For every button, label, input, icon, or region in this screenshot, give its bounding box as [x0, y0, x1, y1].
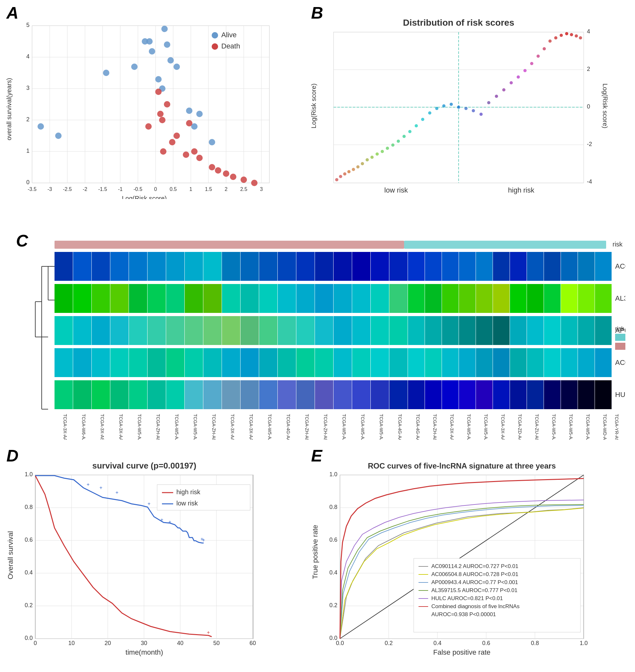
svg-point-58 [146, 38, 153, 45]
d-title: survival curve (p=0.00197) [92, 461, 196, 470]
svg-text:TCGA-3X-AAVC-01A: TCGA-3X-AAVC-01A [230, 414, 235, 440]
a-x-axis-label: Log(Risk score) [122, 195, 167, 199]
svg-rect-174 [54, 284, 73, 313]
a-y-axis-label: overall survival(years) [6, 78, 13, 141]
svg-rect-276 [166, 380, 184, 409]
svg-point-132 [565, 32, 568, 35]
svg-rect-170 [561, 252, 577, 281]
svg-rect-139 [54, 241, 404, 249]
svg-rect-159 [371, 252, 389, 281]
svg-text:TCGA-W6-AA0S-01A: TCGA-W6-AA0S-01A [81, 414, 86, 440]
svg-rect-185 [259, 284, 278, 313]
svg-rect-157 [333, 252, 352, 281]
svg-text:0: 0 [154, 186, 157, 192]
svg-rect-253 [333, 348, 352, 377]
svg-point-117 [464, 107, 467, 110]
svg-rect-230 [493, 316, 510, 345]
svg-rect-182 [203, 284, 222, 313]
svg-point-95 [339, 175, 342, 178]
panel-d: D survival curve (p=0.00197) Overall sur… [0, 443, 305, 672]
svg-rect-217 [259, 316, 278, 345]
svg-text:-3: -3 [47, 186, 52, 192]
svg-text:TCGA-YR-A9S5-01A: TCGA-YR-A9S5-01A [614, 414, 619, 440]
svg-rect-194 [425, 284, 442, 313]
svg-point-65 [196, 155, 203, 161]
svg-rect-394 [157, 485, 250, 510]
svg-point-56 [209, 139, 215, 145]
svg-rect-171 [578, 252, 595, 281]
svg-text:4: 4 [26, 53, 29, 60]
svg-rect-218 [278, 316, 296, 345]
svg-point-134 [575, 34, 578, 38]
svg-text:True positive rate: True positive rate [311, 525, 319, 579]
svg-text:+: + [148, 501, 150, 506]
svg-text:Log(Risk score): Log(Risk score) [601, 83, 609, 128]
svg-point-50 [164, 41, 170, 48]
svg-text:low risk: low risk [384, 186, 408, 194]
svg-rect-186 [278, 284, 296, 313]
svg-text:1: 1 [26, 148, 29, 154]
svg-rect-172 [595, 252, 612, 281]
svg-rect-198 [493, 284, 510, 313]
svg-rect-180 [166, 284, 184, 313]
svg-text:1.5: 1.5 [205, 186, 212, 192]
svg-rect-155 [296, 252, 314, 281]
svg-rect-197 [476, 284, 492, 313]
svg-point-42 [38, 123, 44, 130]
svg-point-47 [149, 48, 155, 55]
panel-c-label: C [16, 231, 28, 250]
svg-rect-297 [544, 380, 561, 409]
svg-point-48 [155, 76, 162, 82]
svg-point-71 [145, 123, 152, 130]
svg-rect-288 [389, 380, 408, 409]
svg-text:TCGA-3X-AAB3-01A: TCGA-3X-AAB3-01A [500, 414, 505, 440]
panel-a: A overall survival(years) Log(Risk score… [0, 0, 305, 225]
svg-text:TCGA-4G-AA2T-01A: TCGA-4G-AA2T-01A [397, 414, 402, 440]
svg-point-129 [548, 40, 552, 43]
svg-point-62 [174, 132, 180, 139]
svg-rect-183 [222, 284, 240, 313]
svg-point-115 [450, 103, 453, 106]
svg-text:+: + [168, 519, 171, 525]
svg-rect-279 [222, 380, 240, 409]
svg-rect-225 [408, 316, 424, 345]
svg-point-106 [391, 144, 394, 147]
svg-rect-249 [259, 348, 278, 377]
svg-point-61 [164, 101, 170, 107]
svg-rect-223 [371, 316, 389, 345]
svg-text:0.2: 0.2 [385, 640, 393, 646]
svg-rect-199 [510, 284, 527, 313]
svg-rect-226 [425, 316, 442, 345]
svg-text:+: + [87, 482, 89, 487]
svg-text:TCGA-W5-AA20-01A: TCGA-W5-AA20-01A [483, 414, 488, 440]
svg-text:TCGA-3X-A8YS-01A: TCGA-3X-A8YS-01A [100, 414, 105, 440]
svg-point-100 [361, 162, 364, 165]
svg-rect-234 [561, 316, 577, 345]
svg-text:0.0: 0.0 [336, 640, 344, 646]
svg-rect-192 [389, 284, 408, 313]
svg-text:AC006504.8 AUROC=0.728 P<0.01: AC006504.8 AUROC=0.728 P<0.01 [431, 571, 518, 577]
svg-point-72 [169, 139, 175, 145]
svg-text:AP000943.4 AUROC=0.77 P<0.001: AP000943.4 AUROC=0.77 P<0.001 [431, 579, 518, 585]
svg-rect-167 [510, 252, 527, 281]
svg-text:2: 2 [587, 66, 590, 72]
svg-rect-166 [493, 252, 510, 281]
svg-text:0.6: 0.6 [482, 640, 490, 646]
svg-rect-293 [476, 380, 492, 409]
svg-text:-3.5: -3.5 [27, 186, 37, 192]
svg-rect-273 [110, 380, 129, 409]
svg-rect-271 [73, 380, 91, 409]
svg-rect-233 [544, 316, 561, 345]
svg-text:TCGA-ZH-A8Y8-01A: TCGA-ZH-A8Y8-01A [211, 414, 217, 440]
svg-text:TCGA-ZH-A8Y4-01A: TCGA-ZH-A8Y4-01A [323, 414, 328, 440]
svg-rect-284 [315, 380, 333, 409]
svg-rect-181 [185, 284, 203, 313]
svg-text:AL359715.5: AL359715.5 [615, 294, 626, 302]
svg-rect-221 [333, 316, 352, 345]
svg-rect-295 [510, 380, 527, 409]
svg-point-44 [103, 70, 109, 76]
svg-point-118 [472, 109, 475, 112]
svg-text:TCGA-W5-AA31-01A: TCGA-W5-AA31-01A [585, 414, 590, 440]
svg-point-75 [160, 148, 167, 155]
svg-point-124 [517, 76, 520, 79]
